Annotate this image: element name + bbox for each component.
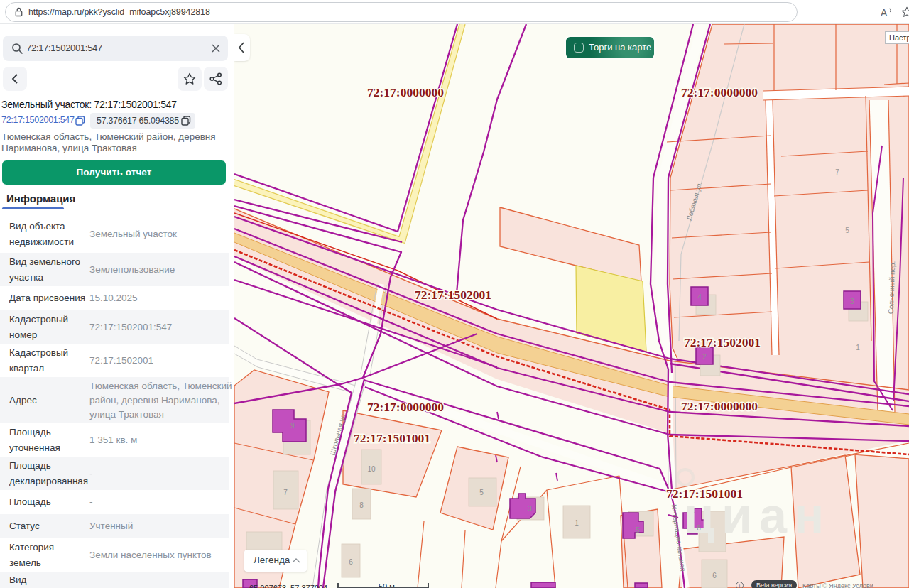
svg-text:72:17:0000000: 72:17:0000000 — [367, 400, 444, 414]
svg-text:10: 10 — [367, 465, 376, 473]
svg-text:4: 4 — [697, 293, 702, 301]
svg-text:72:17:1502001: 72:17:1502001 — [415, 288, 491, 302]
svg-text:5: 5 — [479, 489, 484, 496]
svg-text:A: A — [881, 7, 888, 18]
svg-text:5: 5 — [636, 526, 640, 534]
svg-text:7: 7 — [283, 489, 288, 496]
svg-text:8: 8 — [697, 524, 701, 532]
svg-text:72:17:0000000: 72:17:0000000 — [681, 399, 758, 413]
svg-text:72:17:1502001: 72:17:1502001 — [684, 335, 761, 349]
svg-text:9: 9 — [290, 422, 295, 430]
svg-text:6: 6 — [349, 558, 353, 566]
svg-text:72:17:0000000: 72:17:0000000 — [681, 85, 758, 99]
svg-text:3: 3 — [850, 298, 854, 305]
svg-text:72:17:0000000: 72:17:0000000 — [367, 85, 444, 99]
svg-text:5: 5 — [845, 227, 849, 234]
svg-text:72:17:1501001: 72:17:1501001 — [666, 486, 743, 501]
svg-text:72:17:1501001: 72:17:1501001 — [354, 431, 430, 445]
svg-text:7: 7 — [835, 168, 839, 176]
svg-text:6: 6 — [712, 572, 717, 579]
svg-text:1: 1 — [856, 344, 860, 352]
svg-text:3: 3 — [528, 505, 532, 513]
svg-text:8: 8 — [359, 501, 364, 509]
svg-text:1: 1 — [575, 519, 579, 527]
svg-text:2: 2 — [702, 353, 707, 361]
